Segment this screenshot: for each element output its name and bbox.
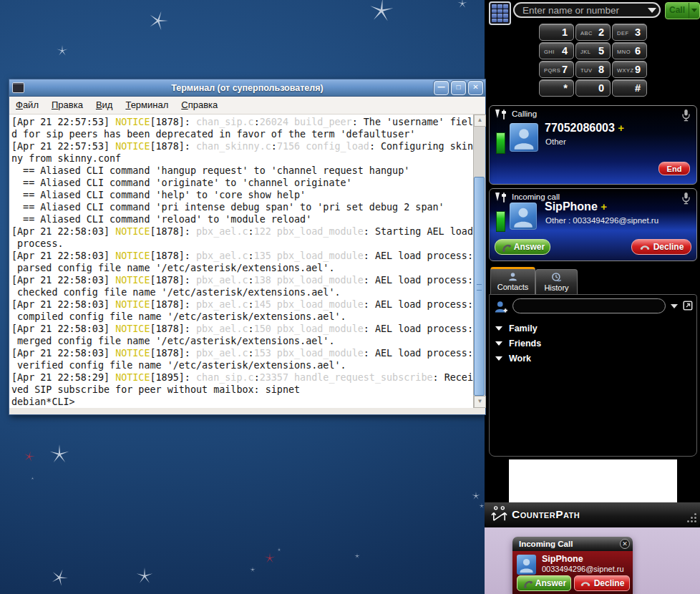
terminal-line: == Aliased CLI command 'reload' to 'modu… (11, 213, 473, 225)
contacts-person-icon (507, 271, 518, 282)
dialpad-key-2[interactable]: ABC2 (575, 24, 611, 41)
terminal-window-title: Терминал (от суперпользователя) (9, 83, 485, 93)
terminal-line: ved SIP subscribe for peer without mailb… (11, 384, 473, 396)
end-call-button[interactable]: End (658, 162, 690, 175)
ad-banner-placeholder (509, 459, 677, 502)
softphone-window: Call 1ABC2DEF3GHI4JKL5MNO6PQRS7TUV8WXYZ9… (485, 0, 700, 527)
popup-decline-button[interactable]: Decline (574, 575, 630, 591)
caller-avatar (517, 555, 536, 575)
dialpad-key-*[interactable]: * (539, 79, 574, 97)
calling-panel-title: Calling (512, 109, 537, 118)
terminal-line: [Apr 21 22:58:29] NOTICE[1895]: chan_sip… (11, 371, 473, 384)
terminal-titlebar[interactable]: Терминал (от суперпользователя) — □ ✕ (9, 79, 485, 97)
chevron-down-icon (495, 341, 502, 346)
menu-item-terminal[interactable]: Терминал (119, 97, 175, 114)
phone-handset-down-icon (639, 243, 651, 250)
answer-button[interactable]: Answer (495, 239, 550, 255)
contact-group-work[interactable]: Work (490, 351, 696, 366)
decline-button[interactable]: Decline (631, 239, 691, 255)
dialpad-key-7[interactable]: PQRS7 (539, 61, 574, 78)
brand-bar: CounterPath (485, 502, 700, 527)
minimize-button[interactable]: — (434, 81, 449, 95)
dialpad-key-6[interactable]: MNO6 (612, 42, 647, 59)
terminal-line: [Apr 21 22:58:03] NOTICE[1878]: pbx_ael.… (11, 225, 473, 238)
dialpad-key-5[interactable]: JKL5 (575, 42, 611, 59)
add-contact-plus-icon[interactable]: + (601, 200, 607, 213)
phone-handset-icon (499, 240, 512, 254)
calling-panel: Calling 77052086003 + Other End (489, 105, 697, 185)
terminal-line: compiled config file name '/etc/asterisk… (11, 311, 473, 323)
terminal-scrollbar[interactable]: ▲ ▼ (473, 115, 485, 408)
dial-input-dropdown-icon[interactable] (648, 8, 656, 13)
counterpath-brand-text: CounterPath (512, 508, 580, 521)
microphone-icon[interactable] (681, 192, 691, 208)
tab-history[interactable]: History (535, 269, 578, 294)
dialpad-key-1[interactable]: 1 (539, 24, 574, 41)
terminal-line: process. (11, 238, 473, 250)
audio-level-meter (496, 132, 505, 154)
menu-item-file[interactable]: Файл (9, 97, 45, 114)
terminal-line: [Apr 21 22:58:03] NOTICE[1878]: pbx_ael.… (11, 250, 473, 262)
speaker-volume-icon[interactable] (495, 192, 510, 207)
menu-item-view[interactable]: Вид (89, 97, 120, 114)
terminal-line: [Apr 21 22:58:03] NOTICE[1878]: pbx_ael.… (11, 323, 473, 335)
calling-number: 77052086003 + (545, 122, 624, 135)
popup-caller-address: 0033494296@sipnet.ru (542, 565, 624, 573)
counterpath-logo-icon (490, 505, 508, 523)
contact-group-family[interactable]: Family (490, 321, 696, 336)
terminal-line: == Aliased CLI command 'originate' to 'c… (11, 177, 473, 189)
scroll-down-icon[interactable]: ▼ (474, 396, 486, 408)
search-dropdown-icon[interactable] (671, 304, 678, 308)
popup-titlebar[interactable]: Incoming Call ✕ (512, 537, 633, 551)
dialpad-key-3[interactable]: DEF3 (612, 24, 647, 41)
dial-input[interactable] (513, 2, 661, 18)
popout-window-icon[interactable] (683, 301, 693, 313)
resize-grip[interactable] (685, 511, 696, 522)
dialpad-key-#[interactable]: # (612, 79, 647, 97)
incoming-call-panel: Incoming call SipPhone + Other : 0033494… (489, 188, 697, 261)
menu-item-edit[interactable]: Правка (45, 97, 89, 114)
add-contact-plus-icon[interactable]: + (618, 122, 624, 134)
terminal-line: ny from skinny.conf (11, 152, 473, 165)
terminal-line: [Apr 21 22:58:03] NOTICE[1878]: pbx_ael.… (11, 347, 473, 359)
terminal-menubar: ФайлПравкаВидТерминалСправка (9, 97, 485, 115)
caller-avatar (510, 123, 538, 152)
terminal-line: verified config file name '/etc/asterisk… (11, 359, 473, 371)
popup-title: Incoming Call (519, 540, 573, 548)
terminal-line: == Aliased CLI command 'help' to 'core s… (11, 189, 473, 201)
call-options-icon[interactable] (689, 3, 699, 19)
terminal-line: [Apr 21 22:57:53] NOTICE[1878]: chan_ski… (11, 140, 473, 152)
terminal-line: debian*CLI> (11, 396, 473, 408)
microphone-icon[interactable] (681, 109, 691, 125)
popup-close-icon[interactable]: ✕ (620, 539, 630, 549)
popup-body: SipPhone 0033494296@sipnet.ru Answer Dec… (512, 551, 633, 594)
popup-answer-button[interactable]: Answer (517, 575, 571, 591)
contact-search-input[interactable] (512, 298, 666, 313)
terminal-line: d for sip peers has been deprecated in f… (11, 128, 473, 140)
popup-caller-name: SipPhone (542, 554, 583, 564)
dialpad-key-8[interactable]: TUV8 (575, 61, 611, 78)
scrollbar-thumb[interactable] (474, 177, 485, 396)
dialpad-key-4[interactable]: GHI4 (539, 42, 574, 59)
dialpad-key-0[interactable]: 0 (575, 79, 611, 97)
menu-item-help[interactable]: Справка (175, 97, 224, 114)
add-contact-icon[interactable] (494, 299, 509, 317)
incoming-caller-detail: Other : 0033494296@sipnet.ru (545, 216, 658, 225)
contact-groups: FamilyFriendsWork (490, 321, 696, 366)
dialpad-key-9[interactable]: WXYZ9 (612, 61, 647, 78)
close-button[interactable]: ✕ (468, 81, 483, 95)
tab-contacts[interactable]: Contacts (490, 267, 535, 296)
contact-group-friends[interactable]: Friends (490, 336, 696, 351)
terminal-line: [Apr 21 22:58:03] NOTICE[1878]: pbx_ael.… (11, 298, 473, 311)
terminal-line: [Apr 21 22:57:53] NOTICE[1878]: chan_sip… (11, 116, 473, 128)
maximize-button[interactable]: □ (451, 81, 466, 95)
speaker-volume-icon[interactable] (495, 109, 510, 124)
contacts-panel: FamilyFriendsWork (489, 294, 697, 457)
dialpad-toggle-icon[interactable] (489, 1, 511, 25)
history-clock-icon (551, 272, 562, 283)
terminal-line: checked config file name '/etc/asterisk/… (11, 286, 473, 298)
call-button[interactable]: Call (665, 2, 700, 19)
caller-avatar (510, 203, 537, 230)
terminal-line: == Aliased CLI command 'hangup request' … (11, 165, 473, 177)
scroll-up-icon[interactable]: ▲ (474, 115, 486, 127)
